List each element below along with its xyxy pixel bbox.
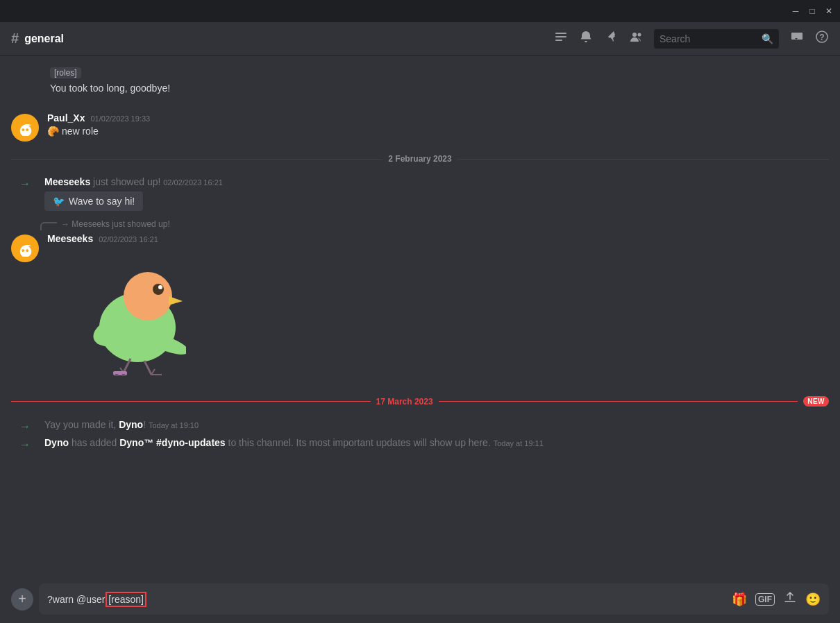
svg-point-10 <box>158 285 162 289</box>
roles-content: [roles] <box>50 67 829 78</box>
svg-line-15 <box>144 361 151 375</box>
feb2-separator: 2 February 2023 <box>11 154 829 164</box>
channel-hash-icon: # <box>11 31 19 46</box>
reply-text: → Meeseeks just showed up! <box>61 219 170 229</box>
dyno-added-system: → Dyno has added Dyno™ #dyno-updates to … <box>0 436 840 452</box>
gift-icon[interactable]: 🎁 <box>732 592 747 607</box>
sep-line-right <box>457 159 829 160</box>
inbox-icon[interactable] <box>790 30 804 47</box>
roles-pill: [roles] <box>50 67 81 78</box>
sep-line-left <box>11 159 383 160</box>
roles-message: [roles] <box>0 61 840 80</box>
input-bracket: [reason] <box>108 594 144 605</box>
add-attachment-button[interactable]: + <box>11 588 33 611</box>
meeseeks-avatar <box>11 234 39 262</box>
channel-header-left: # general <box>11 31 546 46</box>
meeseeks-arrow: → <box>11 178 39 190</box>
svg-point-9 <box>153 284 164 295</box>
meeseeks-join-system: → Meeseeks just showed up! 02/02/2023 16… <box>0 175 840 212</box>
title-bar: ─ □ ✕ <box>0 0 840 22</box>
channel-name: general <box>24 33 64 45</box>
svg-rect-0 <box>555 33 566 34</box>
svg-point-4 <box>638 33 641 37</box>
dyno-author: Dyno <box>44 437 69 448</box>
paul-avatar <box>11 114 39 142</box>
close-button[interactable]: ✕ <box>823 6 834 17</box>
feb2-date-text: 2 February 2023 <box>388 154 451 164</box>
threads-icon[interactable] <box>554 30 568 47</box>
messages-area[interactable]: [roles] You took too long, goodbye! Paul… <box>0 56 840 575</box>
search-bar[interactable]: 🔍 <box>654 29 779 49</box>
dyno-welcome-text: Yay you made it, Dyno! Today at 19:10 <box>44 419 199 430</box>
dyno-welcome-arrow: → <box>11 420 39 433</box>
march-sep-right <box>439 401 798 402</box>
meeseeks-header: Meeseeks 02/02/2023 16:21 <box>47 233 829 244</box>
reply-indicator: → Meeseeks just showed up! <box>0 212 840 230</box>
gif-icon[interactable]: GIF <box>755 593 775 606</box>
svg-rect-1 <box>555 36 566 37</box>
dyno-added-text: Dyno has added Dyno™ #dyno-updates to th… <box>44 437 544 448</box>
meeseeks-system-text: Meeseeks just showed up! 02/02/2023 16:2… <box>44 176 223 187</box>
upload-icon[interactable] <box>783 590 797 608</box>
goodbye-message: You took too long, goodbye! <box>0 80 840 100</box>
meeseeks-join-timestamp: 02/02/2023 16:21 <box>163 178 223 187</box>
meeseeks-system-content: Meeseeks just showed up! 02/02/2023 16:2… <box>44 176 829 211</box>
svg-point-3 <box>632 33 637 37</box>
input-field-wrapper[interactable]: ?warn @user [reason] 🎁 GIF 🙂 <box>39 583 829 615</box>
wave-button[interactable]: 🐦 Wave to say hi! <box>44 191 143 211</box>
meeseeks-author: Meeseeks <box>47 233 93 244</box>
dyno-welcome-timestamp: Today at 19:10 <box>149 421 199 429</box>
input-icons: 🎁 GIF 🙂 <box>732 590 821 608</box>
dyno-updates-channel: Dyno™ #dyno-updates <box>119 437 225 448</box>
maximize-button[interactable]: □ <box>807 6 818 17</box>
search-input[interactable] <box>660 33 759 44</box>
header-icons: 🔍 ? <box>554 29 829 49</box>
new-badge: NEW <box>803 396 829 407</box>
dyno-added-content: Dyno has added Dyno™ #dyno-updates to th… <box>44 437 829 448</box>
dyno-added-msg2: to this channel. Its most important upda… <box>228 437 491 448</box>
paul-timestamp: 01/02/2023 19:33 <box>90 114 150 123</box>
paul-author: Paul_Xx <box>47 112 85 123</box>
goodbye-content: You took too long, goodbye! <box>50 82 829 95</box>
wave-icon: 🐦 <box>53 196 65 207</box>
input-bar: + ?warn @user [reason] 🎁 GIF 🙂 <box>0 575 840 623</box>
svg-marker-11 <box>169 296 183 305</box>
paul-message: Paul_Xx 01/02/2023 19:33 🥐 new role <box>0 111 840 143</box>
goodbye-text: You took too long, goodbye! <box>50 83 170 94</box>
pin-icon[interactable] <box>604 30 618 47</box>
bell-icon[interactable] <box>579 30 593 47</box>
meeseeks-username-join: Meeseeks <box>44 176 90 187</box>
meeseeks-msg-timestamp: 02/02/2023 16:21 <box>99 235 158 244</box>
svg-line-19 <box>151 369 155 375</box>
paul-text: 🥐 new role <box>47 125 829 138</box>
channel-header: # general 🔍 ? <box>0 22 840 56</box>
dyno-added-timestamp: Today at 19:11 <box>494 439 544 447</box>
minimize-button[interactable]: ─ <box>790 6 801 17</box>
meeseeks-content: Meeseeks 02/02/2023 16:21 <box>47 233 829 378</box>
help-icon[interactable]: ? <box>815 30 829 47</box>
march-sep-left <box>11 401 371 402</box>
dyno-welcome-content: Yay you made it, Dyno! Today at 19:10 <box>44 419 829 430</box>
march17-date: 17 March 2023 <box>376 397 433 407</box>
dyno-added-arrow: → <box>11 438 39 451</box>
members-icon[interactable] <box>629 30 643 47</box>
paul-header: Paul_Xx 01/02/2023 19:33 <box>47 112 829 123</box>
paul-content: Paul_Xx 01/02/2023 19:33 🥐 new role <box>47 112 829 138</box>
dyno-welcome-system: → Yay you made it, Dyno! Today at 19:10 <box>0 418 840 434</box>
dyno-username-welcome: Dyno <box>119 419 143 430</box>
message-input[interactable]: ?warn @user [reason] <box>47 594 726 605</box>
svg-text:?: ? <box>819 33 824 42</box>
emoji-icon[interactable]: 🙂 <box>805 592 821 607</box>
svg-point-8 <box>124 272 172 321</box>
meeseeks-bird-message: Meeseeks 02/02/2023 16:21 <box>0 232 840 379</box>
bird-image <box>47 251 186 376</box>
svg-rect-2 <box>555 40 562 41</box>
wave-label: Wave to say hi! <box>69 196 135 207</box>
march17-separator: 17 March 2023 NEW <box>11 396 829 407</box>
dyno-added-msg1: has added <box>72 437 119 448</box>
search-icon: 🔍 <box>762 33 773 44</box>
meeseeks-joined-text: just showed up! <box>93 176 163 187</box>
